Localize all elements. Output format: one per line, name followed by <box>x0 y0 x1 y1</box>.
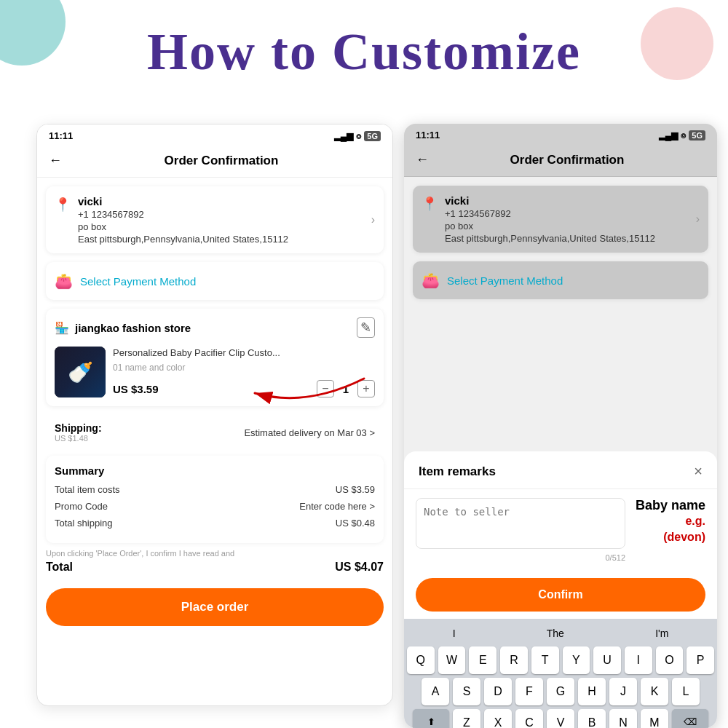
summary-item-costs-row: Total item costs US $3.59 <box>55 484 375 495</box>
suggestion-i[interactable]: I <box>444 625 464 642</box>
key-u[interactable]: U <box>593 646 621 674</box>
left-address-card[interactable]: 📍 vicki +1 1234567892 po box East pittsb… <box>46 186 384 253</box>
summary-shipping-label: Total shipping <box>55 518 113 529</box>
right-wifi-icon: ⌾ <box>681 130 686 141</box>
total-row: Total US $4.07 <box>46 561 384 574</box>
suggestion-the[interactable]: The <box>538 625 573 642</box>
note-area: 0/512 Baby name e.g.(devon) <box>416 498 705 562</box>
right-payment-row: 👛 Select Payment Method <box>413 261 708 299</box>
address-street: po box <box>78 221 288 232</box>
right-status-icons: ▂▄▆ ⌾ 5G <box>659 130 705 141</box>
key-i[interactable]: I <box>625 646 652 674</box>
left-status-icons: ▂▄▆ ⌾ 5G <box>334 131 381 141</box>
right-status-bar: 11:11 ▂▄▆ ⌾ 5G <box>404 124 717 146</box>
right-battery-label: 5G <box>689 130 705 141</box>
product-image <box>55 347 106 397</box>
key-h[interactable]: H <box>578 678 606 705</box>
key-p[interactable]: P <box>687 646 714 674</box>
key-d[interactable]: D <box>484 678 512 705</box>
key-c[interactable]: C <box>515 709 543 728</box>
left-payment-row[interactable]: 👛 Select Payment Method <box>46 262 384 300</box>
note-input-wrap: 0/512 <box>416 498 625 562</box>
note-to-seller-input[interactable] <box>416 498 625 549</box>
location-icon: 📍 <box>55 197 71 213</box>
key-z[interactable]: Z <box>453 709 480 728</box>
summary-promo-row[interactable]: Promo Code Enter code here > <box>55 501 375 512</box>
key-j[interactable]: J <box>609 678 637 705</box>
key-o[interactable]: O <box>656 646 684 674</box>
summary-section: Summary Total item costs US $3.59 Promo … <box>46 456 384 543</box>
key-e[interactable]: E <box>469 646 496 674</box>
key-q[interactable]: Q <box>407 646 435 674</box>
payment-icon: 👛 <box>55 272 73 290</box>
key-k[interactable]: K <box>641 678 668 705</box>
key-s[interactable]: S <box>453 678 480 705</box>
key-delete[interactable]: ⌫ <box>672 709 708 728</box>
key-r[interactable]: R <box>500 646 528 674</box>
product-price: US $3.59 <box>113 383 159 395</box>
shipping-delivery: Estimated delivery on Mar 03 > <box>244 427 375 438</box>
suggestion-im[interactable]: I'm <box>646 625 677 642</box>
battery-label: 5G <box>364 131 381 141</box>
summary-item-costs-label: Total item costs <box>55 484 120 495</box>
address-info: vicki +1 1234567892 po box East pittsbur… <box>78 195 288 245</box>
key-g[interactable]: G <box>547 678 574 705</box>
confirm-button[interactable]: Confirm <box>416 578 705 612</box>
key-a[interactable]: A <box>422 678 449 705</box>
store-name: jiangkao fashion store <box>75 322 191 334</box>
total-label: Total <box>46 561 73 574</box>
key-n[interactable]: N <box>609 709 637 728</box>
baby-name-box: Baby name e.g.(devon) <box>633 498 705 562</box>
right-nav-bar: ← Order Confirmation <box>404 146 717 177</box>
key-y[interactable]: Y <box>563 646 590 674</box>
key-t[interactable]: T <box>531 646 559 674</box>
right-address-chevron-icon: › <box>696 213 700 226</box>
payment-label: Select Payment Method <box>80 275 196 288</box>
modal-title: Item remarks <box>419 464 496 479</box>
key-m[interactable]: M <box>641 709 668 728</box>
address-chevron-icon: › <box>371 213 375 226</box>
annotation-arrow <box>233 364 379 422</box>
edit-note-button[interactable]: ✎ <box>357 317 375 338</box>
right-nav-title: Order Confirmation <box>429 153 705 167</box>
key-v[interactable]: V <box>547 709 574 728</box>
summary-promo-label: Promo Code <box>55 501 108 512</box>
modal-body: 0/512 Baby name e.g.(devon) <box>404 489 717 571</box>
key-w[interactable]: W <box>438 646 466 674</box>
key-l[interactable]: L <box>672 678 700 705</box>
summary-item-costs-value: US $3.59 <box>336 484 375 495</box>
keyboard-row-1: Q W E R T Y U I O P <box>407 646 714 674</box>
shipping-label-wrap: Shipping: US $1.48 <box>55 422 102 443</box>
modal-header: Item remarks × <box>404 451 717 489</box>
address-name: vicki <box>78 195 288 207</box>
summary-promo-value: Enter code here > <box>299 501 375 512</box>
right-location-icon: 📍 <box>422 196 438 212</box>
left-back-button[interactable]: ← <box>49 153 62 168</box>
wifi-icon: ⌾ <box>356 131 361 141</box>
baby-name-example: e.g.(devon) <box>633 513 705 546</box>
key-b[interactable]: B <box>578 709 606 728</box>
right-signal-icon: ▂▄▆ <box>659 130 678 141</box>
page-title: How to Customize <box>0 22 728 82</box>
modal-close-button[interactable]: × <box>694 463 703 480</box>
item-remarks-modal: Item remarks × 0/512 Baby name e.g.(devo… <box>404 451 717 728</box>
product-title: Personalized Baby Pacifier Clip Custo... <box>113 347 375 360</box>
signal-icon: ▂▄▆ <box>334 131 354 141</box>
summary-title: Summary <box>55 464 375 477</box>
key-x[interactable]: X <box>484 709 512 728</box>
key-shift[interactable]: ⬆ <box>413 709 449 728</box>
right-address-phone: +1 1234567892 <box>445 208 655 219</box>
baby-name-title: Baby name <box>633 498 705 513</box>
place-order-button[interactable]: Place order <box>46 588 384 626</box>
address-city: East pittsburgh,Pennsylvania,United Stat… <box>78 234 288 245</box>
keyboard-row-3: ⬆ Z X C V B N M ⌫ <box>407 709 714 728</box>
left-nav-bar: ← Order Confirmation <box>37 147 392 178</box>
address-phone: +1 1234567892 <box>78 209 288 220</box>
keyboard: I The I'm Q W E R T Y U I O P A S D <box>404 619 717 728</box>
product-image-inner <box>55 347 106 397</box>
disclaimer-text: Upon clicking 'Place Order', I confirm I… <box>46 549 384 558</box>
right-payment-icon: 👛 <box>422 272 440 289</box>
key-f[interactable]: F <box>515 678 543 705</box>
left-nav-title: Order Confirmation <box>62 154 381 168</box>
right-back-button[interactable]: ← <box>416 152 429 167</box>
